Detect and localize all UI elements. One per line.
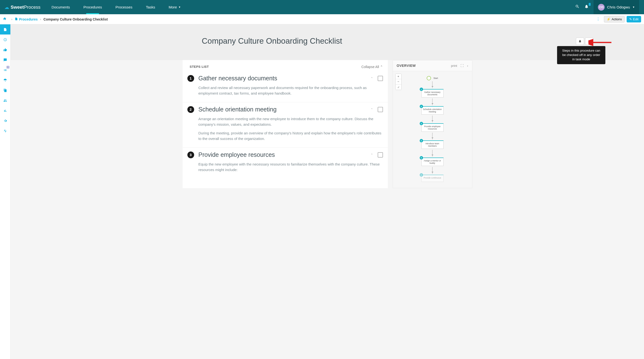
nav-more[interactable]: More▼: [162, 0, 188, 14]
edit-icon: ✎: [629, 17, 632, 21]
sidebar-list-icon[interactable]: 1: [0, 65, 10, 75]
step-item: 1 Gather necessary documents ⌃ Collect a…: [182, 71, 388, 102]
zoom-fit-button[interactable]: ⤢: [396, 84, 401, 90]
collapse-step-icon[interactable]: ⌃: [370, 76, 373, 80]
user-menu[interactable]: CO Chris Odogwu ▼: [594, 0, 639, 14]
user-name: Chris Odogwu: [607, 5, 630, 9]
chevron-right-icon[interactable]: ›: [467, 64, 468, 67]
steps-list-label: STEPS LIST: [190, 65, 209, 69]
search-icon[interactable]: [575, 4, 580, 10]
step-body: Collect and review all necessary paperwo…: [198, 85, 383, 96]
step-item: 2 Schedule orientation meeting ⌃ Arrange…: [182, 102, 388, 148]
breadcrumb-bar: › Procedures › Company Culture Onboardin…: [0, 14, 644, 24]
actions-button[interactable]: ⚡ Actions: [604, 16, 625, 22]
left-sidebar: 1: [0, 24, 10, 359]
chevron-down-icon: ▼: [632, 6, 635, 8]
top-nav: ☁ SweetProcess Documents Procedures Proc…: [0, 0, 644, 14]
flow-arrow-icon: [432, 150, 432, 157]
expand-icon[interactable]: ⛶: [460, 64, 464, 67]
flow-node[interactable]: 3Provide employee resources: [421, 123, 444, 132]
flow-start-label: Start: [434, 77, 438, 79]
nav-right: CO Chris Odogwu ▼: [575, 0, 644, 14]
avatar: CO: [598, 4, 605, 10]
home-icon[interactable]: [3, 17, 6, 21]
flow-start-node[interactable]: [427, 76, 431, 80]
step-checkbox[interactable]: [378, 107, 383, 112]
edit-button[interactable]: ✎ Edit: [626, 16, 641, 22]
flowchart: Start 1Gather necessary documents 2Sched…: [396, 74, 469, 182]
overview-panel: OVERVIEW print ⛶ › + − ⤢: [393, 60, 472, 188]
nav-documents[interactable]: Documents: [45, 0, 77, 14]
collapse-all-button[interactable]: Collapse All ⌃: [361, 65, 383, 69]
collapse-step-icon[interactable]: ⌃: [370, 108, 373, 111]
sidebar-thumb-icon[interactable]: [0, 45, 10, 55]
sidebar-gear-icon[interactable]: [0, 116, 10, 126]
chevron-right-icon: ›: [11, 17, 12, 21]
flow-arrow-icon: [432, 133, 432, 139]
collapse-step-icon[interactable]: ⌃: [370, 153, 373, 157]
bell-icon[interactable]: [584, 4, 589, 10]
zoom-in-button[interactable]: +: [396, 74, 401, 79]
order-toggle-button[interactable]: [585, 38, 593, 45]
nav-tasks[interactable]: Tasks: [139, 0, 162, 14]
sidebar-file-icon[interactable]: [0, 24, 10, 34]
flow-node[interactable]: 4Introduce team members: [421, 140, 444, 149]
breadcrumb-current: Company Culture Onboarding Checklist: [44, 17, 108, 21]
zoom-controls: + − ⤢: [395, 74, 402, 90]
sidebar-users-icon[interactable]: [0, 95, 10, 105]
sidebar-umbrella-icon[interactable]: [0, 75, 10, 85]
sidebar-chart-icon[interactable]: [0, 105, 10, 116]
flow-node[interactable]: 1Gather necessary documents: [421, 89, 444, 97]
step-checkbox[interactable]: [378, 76, 383, 81]
sidebar-clock-icon[interactable]: [0, 34, 10, 45]
nav-items: Documents Procedures Processes Tasks Mor…: [45, 0, 188, 14]
logo-icon: ☁: [4, 4, 9, 10]
flow-arrow-icon: [432, 81, 432, 88]
nav-procedures[interactable]: Procedures: [76, 0, 109, 14]
nav-processes[interactable]: Processes: [109, 0, 139, 14]
breadcrumb-procedures[interactable]: Procedures: [19, 17, 38, 21]
step-body: Equip the new employee with the necessar…: [198, 162, 383, 172]
logo-text-bold: Sweet: [10, 4, 24, 10]
logo-text-light: Process: [24, 4, 40, 10]
step-number: 3: [188, 151, 194, 158]
step-title: Provide employee resources: [198, 151, 366, 158]
zoom-out-button[interactable]: −: [396, 79, 401, 84]
chevron-down-icon: ▼: [178, 6, 181, 8]
flow-arrow-icon: [432, 116, 432, 122]
steps-column: STEPS LIST Collapse All ⌃ 1 Gather neces…: [182, 60, 388, 188]
title-area: Company Culture Onboarding Checklist Ste…: [10, 24, 644, 60]
logo[interactable]: ☁ SweetProcess: [0, 4, 45, 10]
tooltip: Steps in this procedure can be checked o…: [557, 46, 605, 64]
flow-node[interactable]: 5Assign a mentor or buddy: [421, 158, 444, 166]
step-number: 1: [188, 75, 194, 82]
sidebar-chat-icon[interactable]: [0, 55, 10, 65]
step-checkbox[interactable]: [378, 152, 383, 158]
flow-arrow-icon: [432, 98, 432, 105]
bolt-icon: ⚡: [606, 17, 610, 21]
bell-button[interactable]: [576, 38, 584, 45]
sidebar-copy-icon[interactable]: [0, 85, 10, 95]
flow-node[interactable]: 2Schedule orientation meeting: [421, 106, 444, 115]
sidebar-list-badge: 1: [6, 66, 10, 68]
step-title: Schedule orientation meeting: [198, 106, 366, 113]
more-vertical-icon[interactable]: ⋮: [594, 17, 602, 21]
sidebar-pulse-icon[interactable]: [0, 126, 10, 136]
chevron-right-icon: ›: [40, 17, 41, 21]
step-title: Gather necessary documents: [198, 75, 366, 82]
print-button[interactable]: print: [451, 64, 457, 67]
step-item: 3 Provide employee resources ⌃ Equip the…: [182, 148, 388, 179]
flow-node[interactable]: 6Provide continuous: [421, 175, 444, 182]
chevron-up-icon: ⌃: [380, 65, 383, 69]
flow-arrow-icon: [432, 167, 432, 174]
page-title: Company Culture Onboarding Checklist: [202, 36, 342, 46]
notification-badge: [589, 3, 591, 6]
step-number: 2: [188, 106, 194, 113]
file-icon: [15, 17, 18, 21]
step-body: Arrange an orientation meeting with the …: [198, 116, 383, 141]
overview-title: OVERVIEW: [397, 64, 416, 67]
